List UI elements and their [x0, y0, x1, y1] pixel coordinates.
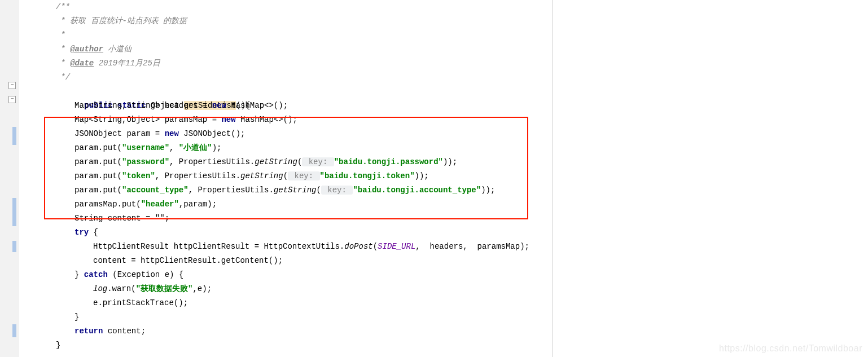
code-text: (Exception e) { — [108, 270, 183, 279]
fold-toggle-doc[interactable] — [8, 82, 16, 89]
logger-ref: log — [93, 284, 107, 293]
string-literal: "baidu.tongji.password" — [334, 157, 443, 166]
code-text: param.put( — [74, 143, 122, 152]
comment: 获取 百度统计-站点列表 的数据 — [70, 16, 187, 25]
method-call: getString — [240, 171, 283, 180]
code-text: ,e); — [192, 284, 212, 293]
param-hint: key: — [302, 157, 334, 166]
code-text: , headers, paramsMap); — [415, 242, 529, 251]
doc-tag-author: @author — [70, 45, 103, 54]
code-text: )); — [443, 157, 457, 166]
code-text: , — [169, 143, 179, 152]
method-range-marker — [12, 127, 16, 145]
string-literal: "小道仙" — [179, 143, 212, 152]
code-text: HashMap<>(); — [236, 115, 297, 124]
code-text: JSONObject param = — [74, 129, 165, 138]
code-text: Map<String,String> headers = — [74, 101, 212, 110]
comment: * — [56, 30, 65, 39]
code-text: Map<String,Object> paramsMap = — [74, 115, 221, 124]
code-text: { — [89, 228, 98, 237]
gutter — [0, 0, 19, 357]
method-range-marker — [12, 324, 16, 337]
code-text: } — [74, 270, 84, 279]
method-call: getString — [255, 157, 297, 166]
method-call: getString — [274, 186, 317, 195]
string-literal: "account_type" — [122, 186, 188, 195]
string-literal: "baidu.tongji.account_type" — [353, 186, 481, 195]
keyword-try: try — [74, 228, 89, 237]
param-hint: key: — [288, 171, 319, 180]
code-text: ); — [212, 143, 222, 152]
method-range-marker — [12, 198, 16, 226]
code-text: , PropertiesUtils. — [155, 171, 240, 180]
code-text: param.put( — [74, 171, 122, 180]
comment: */ — [56, 73, 70, 82]
keyword-new: new — [165, 129, 179, 138]
code-text: ,param); — [179, 200, 217, 209]
string-literal: "header" — [141, 200, 179, 209]
code-text: String content = ""; — [74, 214, 169, 223]
code-text: )); — [415, 171, 429, 180]
code-editor[interactable]: /** * 获取 百度统计-站点列表 的数据 * * @author 小道仙 *… — [19, 0, 553, 357]
string-literal: "password" — [122, 157, 169, 166]
code-text: , PropertiesUtils. — [188, 186, 274, 195]
code-text: ( — [317, 186, 321, 195]
keyword-catch: catch — [84, 270, 108, 279]
doc-tag-date: @date — [70, 59, 94, 68]
code-text: param.put( — [74, 157, 122, 166]
param-hint: key: — [321, 186, 353, 195]
code-text: } — [74, 312, 79, 321]
code-text: )); — [481, 186, 495, 195]
string-literal: "username" — [122, 143, 169, 152]
code-text: } — [56, 341, 60, 350]
code-text: content; — [103, 327, 146, 336]
fold-toggle-method[interactable] — [8, 96, 16, 103]
code-text: ( — [283, 171, 288, 180]
code-text: .warn( — [107, 284, 135, 293]
keyword-return: return — [74, 327, 103, 336]
keyword-new: new — [212, 101, 226, 110]
code-text: content = httpClientResult.getContent(); — [93, 256, 283, 265]
code-text: param.put( — [74, 186, 122, 195]
comment: * — [56, 16, 70, 25]
string-literal: "token" — [122, 171, 155, 180]
comment: * — [56, 59, 70, 68]
keyword-new: new — [221, 115, 235, 124]
string-literal: "获取数据失败" — [136, 284, 193, 293]
code-text: JSONObject(); — [179, 129, 246, 138]
comment: 2019年11月25日 — [94, 59, 160, 68]
comment: /** — [56, 2, 70, 11]
code-text: paramsMap.put( — [74, 200, 141, 209]
comment: * — [56, 45, 70, 54]
code-text: ( — [373, 242, 378, 251]
code-text: e.printStackTrace(); — [93, 298, 188, 307]
code-text: , PropertiesUtils. — [169, 157, 255, 166]
constant: SIDE_URL — [378, 242, 415, 251]
method-call: doPost — [344, 242, 372, 251]
comment: 小道仙 — [103, 45, 131, 54]
editor-viewport: { "doc": { "l1": "/**", "l2_prefix": " *… — [0, 0, 868, 357]
method-range-marker — [12, 241, 16, 252]
code-text: HttpClientResult httpClientResult = Http… — [93, 242, 344, 251]
right-panel — [553, 0, 868, 357]
string-literal: "baidu.tongji.token" — [320, 171, 415, 180]
code-text: HashMap<>(); — [226, 101, 288, 110]
